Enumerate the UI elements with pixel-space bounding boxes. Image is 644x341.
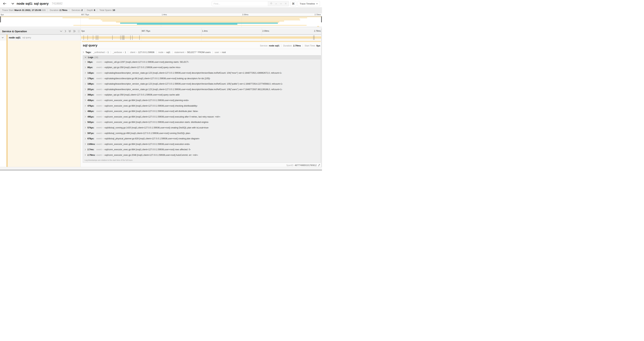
log-marker[interactable]	[84, 35, 84, 40]
log-entry[interactable]: 366μs: event = ‹sql/plan_opt.go:358 [nsq…	[83, 92, 320, 98]
trace-view-selector[interactable]: Trace Timeline	[298, 1, 320, 6]
log-marker[interactable]	[313, 35, 314, 40]
log-entry[interactable]: 34μs: event = ‹sql/exec_util.go:2297 [ns…	[83, 59, 320, 65]
find-box	[212, 1, 289, 6]
chevron-right-icon[interactable]	[85, 88, 86, 90]
minimap-scrubber-right[interactable]	[321, 17, 322, 22]
log-entry[interactable]: 176μs: event = ‹sql/catalog/descs/descri…	[83, 76, 320, 81]
span-list-header-title: Service & Operation	[2, 30, 27, 33]
minimap-span	[137, 24, 237, 25]
log-entry[interactable]: 574μs: event = ‹sql/distsql_running.go:1…	[83, 125, 320, 131]
trace-stat: Depth 6	[85, 9, 96, 12]
collapse-trace-header-icon[interactable]	[12, 3, 14, 5]
span-row[interactable]: node sql1 sql query	[0, 35, 322, 41]
clear-find-icon[interactable]	[285, 2, 287, 5]
find-input[interactable]	[212, 1, 268, 6]
expand-all-icon[interactable]	[73, 30, 76, 33]
back-button[interactable]	[2, 1, 7, 6]
detail-divider	[82, 49, 320, 49]
chevron-right-icon[interactable]	[85, 116, 86, 118]
log-entry[interactable]: 597μs: event = ‹sql/distsql_running.go:4…	[83, 131, 320, 136]
span-row-name-column[interactable]: node sql1 sql query	[0, 35, 80, 41]
log-marker[interactable]	[123, 35, 123, 40]
ruler-tick: 2.09ms	[262, 30, 270, 32]
logs-section: Logs (18) 34μs: event = ‹sql/exec_util.g…	[83, 55, 321, 163]
log-entry[interactable]: 495μs: event = ‹sql/conn_executor_exec.g…	[83, 114, 320, 120]
chevron-right-icon[interactable]	[85, 154, 86, 156]
log-entry[interactable]: 201μs: event = ‹sql/catalog/lease/descri…	[83, 87, 320, 92]
log-entry[interactable]: 80μs: event = ‹sql/plan_opt.go:358 [nsql…	[83, 65, 320, 70]
chevron-right-icon[interactable]	[85, 132, 86, 134]
log-marker[interactable]	[112, 35, 112, 40]
trace-stat: Services 2	[69, 9, 82, 12]
span-duration-bar[interactable]	[81, 36, 322, 39]
chevron-right-icon[interactable]	[85, 143, 86, 145]
chevron-right-icon[interactable]	[85, 61, 86, 63]
logs-title: Logs	[88, 56, 93, 59]
collapse-all-icon[interactable]	[68, 30, 71, 33]
chevron-right-icon[interactable]	[85, 67, 86, 69]
log-entry[interactable]: 502μs: event = ‹sql/conn_executor_exec.g…	[83, 120, 320, 125]
chevron-right-icon[interactable]	[85, 83, 86, 85]
chevron-right-icon[interactable]	[85, 110, 86, 112]
collapse-controls	[60, 30, 76, 33]
command-icon: ⌘	[292, 2, 295, 5]
chevron-right-icon[interactable]	[83, 51, 84, 53]
scrollbar-track[interactable]	[321, 28, 322, 167]
prev-match-icon[interactable]	[275, 2, 277, 5]
keyboard-shortcuts-button[interactable]: ⌘	[290, 1, 296, 6]
log-entry[interactable]: 486μs: event = ‹sql/conn_executor_exec.g…	[83, 109, 320, 114]
trace-id: 7418682	[52, 2, 62, 5]
chevron-right-icon[interactable]	[85, 72, 86, 74]
log-entry[interactable]: 142μs: event = ‹sql/catalog/lease/descri…	[83, 70, 320, 76]
span-collapse-icon[interactable]	[2, 37, 4, 38]
log-marker[interactable]	[132, 35, 132, 40]
chevron-right-icon[interactable]	[85, 138, 86, 140]
page-bottom-strip	[0, 167, 322, 170]
log-marker[interactable]	[88, 35, 88, 40]
tag-item: node = sql1	[156, 51, 170, 54]
locate-icon[interactable]	[270, 2, 272, 5]
chevron-right-icon[interactable]	[85, 127, 86, 129]
tags-row[interactable]: Tags: _unfinished = 1 _verbose = 1 clien…	[83, 51, 320, 54]
log-marker[interactable]	[93, 35, 93, 40]
expand-one-icon[interactable]	[64, 30, 66, 33]
log-marker[interactable]	[139, 35, 140, 40]
span-row-bar-column[interactable]	[80, 35, 322, 41]
chevron-right-icon[interactable]	[85, 78, 86, 79]
log-entry[interactable]: 459μs: event = ‹sql/conn_executor_exec.g…	[83, 98, 320, 103]
chevron-right-icon[interactable]	[85, 149, 86, 151]
span-service-name: node sql1	[9, 36, 20, 39]
log-entry[interactable]: 2.7ms: event = ‹sql/conn_executor_exec.g…	[83, 147, 320, 152]
span-grid-header: Service & Operation 0μs697.75μs1.4ms2.09…	[0, 28, 322, 35]
next-match-icon[interactable]	[280, 2, 282, 5]
collapse-one-icon[interactable]	[60, 30, 62, 32]
minimap-ruler-tick: 0μs	[0, 14, 4, 16]
log-entry[interactable]: 2.79ms: event = ‹sql/conn_executor_exec.…	[83, 152, 320, 158]
column-resizer[interactable]	[78, 30, 80, 33]
minimap-ruler-tick: 697.75μs	[80, 14, 90, 16]
chevron-right-icon[interactable]	[85, 105, 86, 107]
chevron-down-icon	[12, 3, 14, 5]
link-icon[interactable]	[318, 164, 320, 166]
minimap-scrubber-left[interactable]	[0, 17, 1, 22]
log-entry[interactable]: 476μs: event = ‹sql/conn_executor_exec.g…	[83, 103, 320, 109]
log-marker[interactable]	[98, 35, 98, 40]
chevron-right-icon[interactable]	[85, 99, 86, 101]
span-id-row: SpanID: 4877749850101760812	[82, 164, 320, 167]
timeline-minimap[interactable]	[0, 16, 322, 27]
span-overview-item: Duration: 2.79ms	[281, 44, 301, 47]
chevron-right-icon[interactable]	[85, 121, 86, 123]
log-entry[interactable]: 189μs: event = ‹sql/catalog/lease/descri…	[83, 81, 320, 87]
logs-header[interactable]: Logs (18)	[83, 56, 320, 59]
log-entry[interactable]: 678μs: event = ‹sql/distsql_physical_pla…	[83, 136, 320, 141]
span-overview-item: Service: node sql1	[260, 44, 280, 47]
tags-label: Tags:	[86, 51, 92, 54]
chevron-down-icon	[316, 3, 318, 4]
log-marker[interactable]	[130, 35, 130, 40]
chevron-right-icon[interactable]	[85, 94, 86, 96]
log-marker[interactable]	[120, 35, 120, 40]
log-entry[interactable]: 2.69ms: event = ‹sql/conn_executor_exec.…	[83, 141, 320, 147]
tag-item: client = 127.0.0.1:59936	[128, 51, 154, 54]
log-marker[interactable]	[314, 35, 314, 40]
